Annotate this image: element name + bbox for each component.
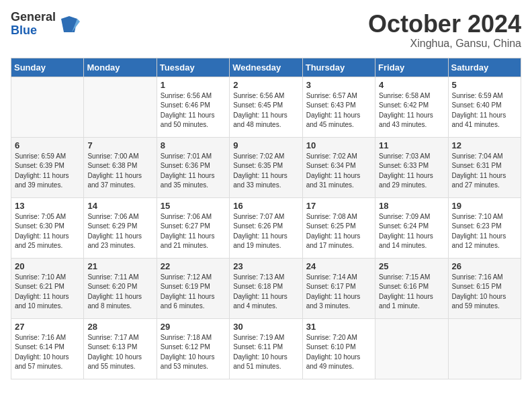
- day-number: 23: [233, 261, 298, 271]
- day-number: 30: [233, 322, 298, 332]
- calendar-cell: 8Sunrise: 7:01 AMSunset: 6:36 PMDaylight…: [157, 137, 229, 197]
- calendar-cell: 14Sunrise: 7:06 AMSunset: 6:29 PMDayligh…: [84, 197, 157, 258]
- day-number: 18: [379, 201, 444, 211]
- calendar-cell: 13Sunrise: 7:05 AMSunset: 6:30 PMDayligh…: [11, 197, 84, 258]
- day-number: 4: [379, 80, 444, 90]
- day-number: 19: [452, 201, 517, 211]
- day-number: 22: [161, 261, 226, 271]
- calendar-cell: 31Sunrise: 7:20 AMSunset: 6:10 PMDayligh…: [302, 318, 375, 379]
- day-number: 3: [306, 80, 371, 90]
- calendar-cell: 7Sunrise: 7:00 AMSunset: 6:38 PMDaylight…: [84, 137, 157, 197]
- weekday-header-monday: Monday: [84, 58, 157, 77]
- calendar-table: SundayMondayTuesdayWednesdayThursdayFrid…: [11, 58, 521, 379]
- calendar-cell: 1Sunrise: 6:56 AMSunset: 6:46 PMDaylight…: [157, 77, 229, 137]
- day-number: 17: [306, 201, 371, 211]
- calendar-cell: 24Sunrise: 7:14 AMSunset: 6:17 PMDayligh…: [302, 258, 375, 318]
- day-number: 13: [15, 201, 80, 211]
- day-number: 1: [161, 80, 226, 90]
- calendar-cell: 3Sunrise: 6:57 AMSunset: 6:43 PMDaylight…: [302, 77, 375, 137]
- day-info: Sunrise: 6:57 AMSunset: 6:43 PMDaylight:…: [306, 91, 371, 130]
- week-row-1: 1Sunrise: 6:56 AMSunset: 6:46 PMDaylight…: [11, 77, 521, 137]
- day-info: Sunrise: 7:10 AMSunset: 6:21 PMDaylight:…: [15, 273, 80, 312]
- day-info: Sunrise: 7:15 AMSunset: 6:16 PMDaylight:…: [379, 273, 444, 312]
- day-number: 24: [306, 261, 371, 271]
- day-info: Sunrise: 6:59 AMSunset: 6:39 PMDaylight:…: [15, 152, 80, 191]
- day-info: Sunrise: 6:59 AMSunset: 6:40 PMDaylight:…: [452, 91, 517, 130]
- day-info: Sunrise: 7:20 AMSunset: 6:10 PMDaylight:…: [306, 333, 371, 372]
- day-info: Sunrise: 7:13 AMSunset: 6:18 PMDaylight:…: [233, 273, 298, 312]
- location: Xinghua, Gansu, China: [368, 38, 521, 50]
- day-info: Sunrise: 7:18 AMSunset: 6:12 PMDaylight:…: [161, 333, 226, 372]
- day-number: 27: [15, 322, 80, 332]
- day-info: Sunrise: 7:02 AMSunset: 6:34 PMDaylight:…: [306, 152, 371, 191]
- day-number: 8: [161, 140, 226, 150]
- day-number: 14: [87, 201, 152, 211]
- calendar-cell: 25Sunrise: 7:15 AMSunset: 6:16 PMDayligh…: [375, 258, 448, 318]
- day-number: 25: [379, 261, 444, 271]
- weekday-header-tuesday: Tuesday: [157, 58, 229, 77]
- calendar-cell: 21Sunrise: 7:11 AMSunset: 6:20 PMDayligh…: [84, 258, 157, 318]
- calendar-cell: [11, 77, 84, 137]
- day-info: Sunrise: 7:08 AMSunset: 6:25 PMDaylight:…: [306, 212, 371, 251]
- calendar-cell: 15Sunrise: 7:06 AMSunset: 6:27 PMDayligh…: [157, 197, 229, 258]
- calendar-cell: 16Sunrise: 7:07 AMSunset: 6:26 PMDayligh…: [230, 197, 302, 258]
- calendar-cell: 11Sunrise: 7:03 AMSunset: 6:33 PMDayligh…: [375, 137, 448, 197]
- day-number: 6: [15, 140, 80, 150]
- weekday-header-thursday: Thursday: [302, 58, 375, 77]
- calendar-cell: 17Sunrise: 7:08 AMSunset: 6:25 PMDayligh…: [302, 197, 375, 258]
- day-number: 31: [306, 322, 371, 332]
- logo: General Blue: [11, 11, 80, 38]
- day-number: 29: [161, 322, 226, 332]
- calendar-cell: 18Sunrise: 7:09 AMSunset: 6:24 PMDayligh…: [375, 197, 448, 258]
- day-number: 11: [379, 140, 444, 150]
- day-number: 15: [161, 201, 226, 211]
- day-info: Sunrise: 7:03 AMSunset: 6:33 PMDaylight:…: [379, 152, 444, 191]
- week-row-3: 13Sunrise: 7:05 AMSunset: 6:30 PMDayligh…: [11, 197, 521, 258]
- day-info: Sunrise: 7:00 AMSunset: 6:38 PMDaylight:…: [87, 152, 152, 191]
- weekday-header-saturday: Saturday: [448, 58, 521, 77]
- day-info: Sunrise: 6:56 AMSunset: 6:46 PMDaylight:…: [161, 91, 226, 130]
- calendar-cell: 2Sunrise: 6:56 AMSunset: 6:45 PMDaylight…: [230, 77, 302, 137]
- svg-marker-0: [61, 16, 77, 32]
- day-number: 9: [233, 140, 298, 150]
- logo-general: General: [11, 10, 56, 24]
- calendar-cell: 5Sunrise: 6:59 AMSunset: 6:40 PMDaylight…: [448, 77, 521, 137]
- calendar-cell: 30Sunrise: 7:19 AMSunset: 6:11 PMDayligh…: [230, 318, 302, 379]
- calendar-cell: 19Sunrise: 7:10 AMSunset: 6:23 PMDayligh…: [448, 197, 521, 258]
- day-info: Sunrise: 6:58 AMSunset: 6:42 PMDaylight:…: [379, 91, 444, 130]
- day-info: Sunrise: 7:10 AMSunset: 6:23 PMDaylight:…: [452, 212, 517, 251]
- week-row-2: 6Sunrise: 6:59 AMSunset: 6:39 PMDaylight…: [11, 137, 521, 197]
- day-info: Sunrise: 7:16 AMSunset: 6:14 PMDaylight:…: [15, 333, 80, 372]
- calendar-cell: 4Sunrise: 6:58 AMSunset: 6:42 PMDaylight…: [375, 77, 448, 137]
- weekday-header-wednesday: Wednesday: [230, 58, 302, 77]
- logo-blue: Blue: [11, 24, 37, 37]
- calendar-cell: [448, 318, 521, 379]
- day-number: 16: [233, 201, 298, 211]
- page-header: General Blue October 2024 Xinghua, Gansu…: [11, 11, 521, 50]
- day-number: 2: [233, 80, 298, 90]
- calendar-cell: [375, 318, 448, 379]
- calendar-cell: 10Sunrise: 7:02 AMSunset: 6:34 PMDayligh…: [302, 137, 375, 197]
- calendar-cell: 29Sunrise: 7:18 AMSunset: 6:12 PMDayligh…: [157, 318, 229, 379]
- day-info: Sunrise: 7:05 AMSunset: 6:30 PMDaylight:…: [15, 212, 80, 251]
- day-info: Sunrise: 7:04 AMSunset: 6:31 PMDaylight:…: [452, 152, 517, 191]
- day-info: Sunrise: 7:06 AMSunset: 6:29 PMDaylight:…: [87, 212, 152, 251]
- weekday-header-friday: Friday: [375, 58, 448, 77]
- day-info: Sunrise: 7:07 AMSunset: 6:26 PMDaylight:…: [233, 212, 298, 251]
- calendar-cell: 12Sunrise: 7:04 AMSunset: 6:31 PMDayligh…: [448, 137, 521, 197]
- day-number: 10: [306, 140, 371, 150]
- day-info: Sunrise: 7:01 AMSunset: 6:36 PMDaylight:…: [161, 152, 226, 191]
- day-info: Sunrise: 7:02 AMSunset: 6:35 PMDaylight:…: [233, 152, 298, 191]
- day-info: Sunrise: 7:19 AMSunset: 6:11 PMDaylight:…: [233, 333, 298, 372]
- calendar-cell: 28Sunrise: 7:17 AMSunset: 6:13 PMDayligh…: [84, 318, 157, 379]
- day-number: 28: [87, 322, 152, 332]
- calendar-cell: 26Sunrise: 7:16 AMSunset: 6:15 PMDayligh…: [448, 258, 521, 318]
- day-number: 7: [87, 140, 152, 150]
- day-number: 26: [452, 261, 517, 271]
- day-info: Sunrise: 6:56 AMSunset: 6:45 PMDaylight:…: [233, 91, 298, 130]
- calendar-cell: 9Sunrise: 7:02 AMSunset: 6:35 PMDaylight…: [230, 137, 302, 197]
- day-info: Sunrise: 7:12 AMSunset: 6:19 PMDaylight:…: [161, 273, 226, 312]
- day-info: Sunrise: 7:16 AMSunset: 6:15 PMDaylight:…: [452, 273, 517, 312]
- day-info: Sunrise: 7:09 AMSunset: 6:24 PMDaylight:…: [379, 212, 444, 251]
- calendar-cell: 23Sunrise: 7:13 AMSunset: 6:18 PMDayligh…: [230, 258, 302, 318]
